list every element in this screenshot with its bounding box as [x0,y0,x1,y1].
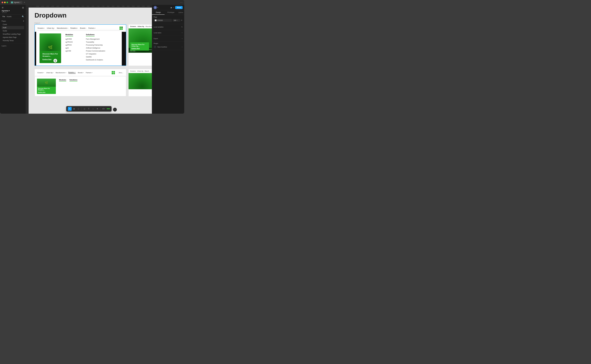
close-button[interactable] [2,2,3,3]
solution-farm-management[interactable]: Farm Management [86,38,105,41]
page-item-guide[interactable]: Guide [2,29,24,32]
minimize-button[interactable] [4,2,6,3]
page-item-agreeta-main[interactable]: Agreeta Main Page [2,36,24,39]
nav-growers[interactable]: Growers ▾ [38,27,45,29]
module-agai[interactable]: agAI [66,46,82,50]
zoom-level[interactable]: 133% ▾ [177,10,184,15]
bf2-urban-ag[interactable]: Urban Ag [137,70,143,72]
pages-section-header: Pages + [2,20,24,22]
bottom-nav-retailers[interactable]: Retailers▾ [68,72,76,74]
page-item-audit[interactable]: Audit [2,26,24,29]
frame-tool[interactable]: ⊞ [72,107,76,111]
module-agcom[interactable]: agCOM [66,50,82,52]
play-button[interactable]: ▶ [171,6,172,9]
ellipse-tool[interactable]: ○ [91,107,95,111]
modules-heading: Modules [66,33,73,37]
card-image: 🌿 [39,33,61,51]
nav-brands[interactable]: Brands ▾ [80,27,86,29]
bf2-growers[interactable]: Growers [130,70,136,72]
ruler-mark: 1700 [95,6,100,7]
browser-tab[interactable]: A Agreeta × [10,1,22,4]
add-page-button[interactable]: + [23,20,24,22]
page-item-cover[interactable]: Cover [2,23,24,26]
nav-partners[interactable]: Partners ▾ [88,27,95,29]
local-variables-actions: ⇅ [181,26,183,28]
module-agproc[interactable]: agPROC [66,44,82,46]
fullscreen-button[interactable] [7,2,8,3]
bottom-dropdown-card: 🌿 Discover More For Retailers... Explore… [37,78,56,94]
titlebar: A Agreeta × + ⋯ [0,0,184,5]
add-style-icon[interactable]: + [182,32,183,34]
pages-section: Pages + Cover Audit Guide SmartRice Land… [0,19,26,43]
app-name[interactable]: Agreeta ▾ [2,10,24,12]
search-icon[interactable]: 🔍 [22,15,24,18]
plugin-autoflow[interactable]: ↗ Open Autoflow − [154,45,183,49]
opacity-input[interactable]: 100 % [173,19,180,22]
solution-traceability[interactable]: Traceability [86,41,105,44]
solution-artificial-intelligence[interactable]: Artificial Intelligence [86,46,105,50]
tab-prototype[interactable]: Prototype [164,10,177,15]
chevron-down-icon: ▾ [54,27,55,29]
ruler-mark: 1850 [111,6,115,7]
bf2-manufacturers[interactable]: Manuf... [144,70,150,72]
page-item-honestly-texas[interactable]: Honestly Texas [2,39,24,42]
frame2-manufacturers[interactable]: Manufactu... [145,26,152,27]
nav-urban-ag[interactable]: Urban Ag ▾ [47,27,55,29]
vector-tool[interactable]: ◇ [83,107,86,111]
code-tool[interactable]: </> [102,107,105,111]
bottom-frame-1[interactable]: Growers▾ Urban Ag▾ Manufacturers▾ Retail… [34,69,126,96]
component-icon[interactable]: ⊞ [2,6,4,9]
assets-tab[interactable]: Assets [6,15,12,18]
bottom-nav-manufacturers[interactable]: Manufacturers▾ [56,72,66,73]
frame2-card-cta[interactable]: Explore Now [131,48,148,49]
export-item[interactable]: Export + [154,37,183,40]
solution-processing-partnership[interactable]: Processing Partnership [86,44,105,46]
ruler-mark: 1950 [121,6,125,7]
module-agfarm[interactable]: agFARM [66,38,82,41]
canvas[interactable]: -------- Dropdown Frame 3 Growers [26,7,152,114]
tab-design[interactable]: Design [152,10,164,15]
new-tab-button[interactable]: + [24,1,25,4]
present-dropdown[interactable]: ▾ [173,6,174,8]
eye-icon[interactable]: 👁 [181,19,183,21]
expand-sidebar-icon[interactable]: ▥ [22,6,24,9]
bottom-nav-growers[interactable]: Growers▾ [37,72,44,73]
bottom-card-cta[interactable]: Explore Now [38,91,55,93]
add-export-icon[interactable]: + [182,38,183,39]
text-tool[interactable]: T [87,107,91,111]
frame2-growers[interactable]: Growers [130,26,136,27]
file-tab[interactable]: File [2,15,6,18]
page-color-input[interactable]: E5E5E5 [154,19,172,22]
help-button[interactable]: ? [113,108,117,111]
page-item-smartrice[interactable]: SmartRice Landing Page [2,32,24,36]
nav-manufacturers[interactable]: Manufacturers ▾ [57,27,68,29]
solution-dashboards[interactable]: Dashboards & Analytics [86,58,105,61]
plugin-collapse-icon[interactable]: − [182,46,183,48]
ruler: 1100 1150 1200 1250 1300 1350 1400 1450 … [26,5,152,7]
bottom-nav-brands[interactable]: Brands▾ [78,72,84,73]
share-button[interactable]: Share [175,6,183,9]
user-dropdown[interactable]: ▾ [158,7,158,8]
component-tool[interactable]: ✦ [95,107,99,111]
module-agtrace[interactable]: agTRACE [66,41,82,44]
solution-product-commercialization[interactable]: Product Commercialization [86,50,105,52]
prev-arrow[interactable]: ❮ [53,59,57,63]
solution-iot-integration[interactable]: IoT Integration [86,52,105,55]
plugin-name: Open Autoflow [158,46,167,48]
titlebar-more-button[interactable]: ⋯ [180,1,183,4]
frame2-urban-ag[interactable]: Urban Ag [138,26,144,27]
local-styles-item[interactable]: Local styles + [154,31,183,34]
bottom-nav-partners[interactable]: Partners▾ [86,72,92,73]
autoflow-icon: ↗ [154,46,156,48]
sort-icon[interactable]: ⇅ [181,26,183,28]
bottom-nav-about[interactable]: Abou... [119,72,123,73]
solution-satellite[interactable]: Satellite [86,55,105,58]
local-variables-item[interactable]: Local variables ⇅ [154,26,183,28]
color-indicator[interactable] [107,108,110,109]
tab-close-button[interactable]: × [20,2,21,3]
rect-tool[interactable]: □ [77,107,80,111]
nav-retailers[interactable]: Retailers ▾ [70,27,78,29]
design-frame-1[interactable]: Growers ▾ Urban Ag ▾ Manufacturers ▾ [34,24,126,66]
select-tool[interactable]: ↖ [68,107,72,111]
bottom-nav-urban-ag[interactable]: Urban Ag▾ [46,72,53,73]
